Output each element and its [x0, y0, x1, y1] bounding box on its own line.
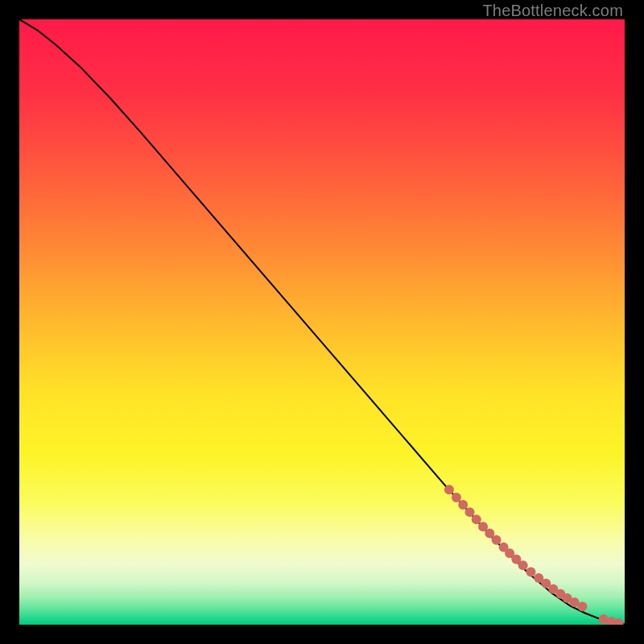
- highlight-point: [518, 560, 528, 570]
- highlight-point: [444, 485, 454, 494]
- highlight-point: [458, 500, 468, 510]
- highlight-point: [492, 535, 502, 545]
- highlight-point: [526, 568, 535, 577]
- highlight-point: [464, 507, 474, 517]
- highlight-point: [577, 601, 587, 611]
- highlight-point: [472, 514, 481, 524]
- gradient-background: [19, 19, 625, 625]
- chart-frame: [19, 19, 625, 625]
- chart-plot-area: [19, 19, 625, 625]
- watermark-label: TheBottleneck.com: [482, 2, 623, 20]
- highlight-point: [452, 493, 461, 502]
